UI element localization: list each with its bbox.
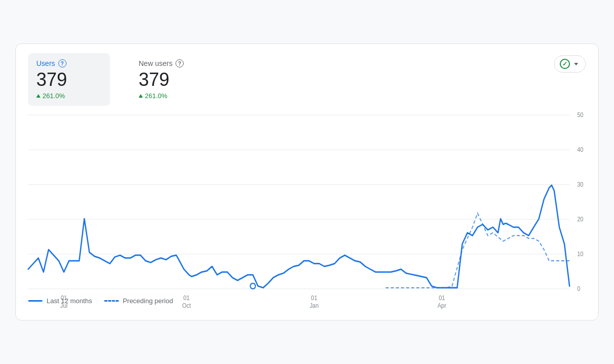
- dropdown-arrow-icon: [574, 63, 578, 65]
- y-label-20: 20: [577, 216, 583, 223]
- line-chart: 01 Jul 01 Oct 01 Jan 01 Apr 50 40 30 20 …: [28, 115, 586, 289]
- new-users-change: 261.0%: [139, 92, 202, 100]
- x-label-jul: Jul: [60, 303, 68, 309]
- metrics-row: Users ? 379 261.0% New users ? 379 261.0…: [16, 44, 598, 115]
- users-value: 379: [36, 70, 100, 90]
- new-users-help-icon[interactable]: ?: [176, 59, 184, 67]
- x-label-jan-01: 01: [311, 294, 317, 301]
- users-label-text: Users: [36, 59, 55, 67]
- chart-container: 01 Jul 01 Oct 01 Jan 01 Apr 50 40 30 20 …: [16, 115, 598, 289]
- preceding-period-line: [386, 213, 569, 288]
- chart-legend: Last 12 months Preceding period: [16, 289, 598, 305]
- x-label-oct-01: 01: [183, 294, 189, 301]
- legend-dashed: Preceding period: [104, 297, 173, 305]
- legend-dashed-line: [104, 300, 119, 302]
- new-users-label-text: New users: [139, 59, 172, 67]
- x-label-jan: Jan: [310, 303, 319, 309]
- checkmark-icon: ✓: [562, 60, 567, 67]
- new-users-metric[interactable]: New users ? 379 261.0%: [130, 53, 212, 106]
- new-users-label: New users ?: [139, 59, 202, 67]
- y-label-40: 40: [577, 147, 583, 153]
- new-users-up-arrow: [139, 94, 143, 98]
- users-up-arrow: [36, 94, 40, 98]
- users-change-value: 261.0%: [42, 92, 65, 100]
- check-circle-icon: ✓: [560, 59, 570, 69]
- users-metric[interactable]: Users ? 379 261.0%: [28, 53, 110, 106]
- analytics-card: Users ? 379 261.0% New users ? 379 261.0…: [15, 43, 599, 321]
- x-label-apr-01: 01: [438, 294, 445, 301]
- users-help-icon[interactable]: ?: [58, 59, 67, 67]
- legend-solid-line: [28, 300, 42, 302]
- users-label: Users ?: [36, 59, 100, 67]
- data-point-marker: [250, 283, 255, 289]
- main-line: [28, 185, 569, 288]
- y-label-30: 30: [577, 181, 583, 188]
- new-users-value: 379: [139, 70, 202, 90]
- x-label-apr: Apr: [437, 303, 446, 309]
- users-change: 261.0%: [36, 92, 100, 100]
- y-label-0: 0: [577, 286, 580, 292]
- top-controls: ✓: [554, 55, 586, 73]
- x-label-jul-01: 01: [61, 294, 67, 301]
- chart-area: 01 Jul 01 Oct 01 Jan 01 Apr 50 40 30 20 …: [28, 115, 586, 289]
- y-label-50: 50: [577, 112, 583, 119]
- x-label-oct: Oct: [182, 303, 191, 309]
- new-users-change-value: 261.0%: [145, 92, 167, 100]
- legend-dashed-label: Preceding period: [123, 297, 173, 305]
- legend-solid-label: Last 12 months: [47, 297, 92, 305]
- compare-button[interactable]: ✓: [554, 55, 586, 73]
- y-label-10: 10: [577, 251, 583, 258]
